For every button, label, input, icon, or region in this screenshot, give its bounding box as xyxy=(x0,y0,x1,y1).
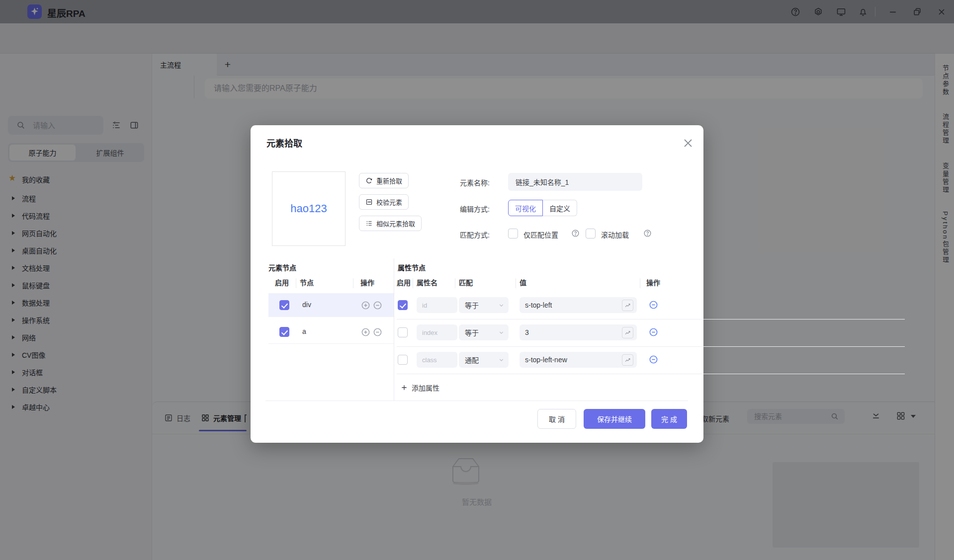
match-mode-label: 匹配方式: xyxy=(460,230,490,240)
chevron-down-icon xyxy=(499,357,504,363)
help-circle-icon[interactable] xyxy=(643,229,652,238)
attr-enable-checkbox[interactable] xyxy=(398,327,408,337)
edit-mode-label: 编辑方式: xyxy=(460,204,490,214)
remove-attr-icon[interactable] xyxy=(649,355,658,364)
insert-variable-icon[interactable] xyxy=(622,300,633,311)
done-button[interactable]: 完 成 xyxy=(651,409,687,429)
attr-enable-checkbox[interactable] xyxy=(398,355,408,365)
element-pick-dialog: 元素拾取 hao123 重新拾取 校验元素 相似元素拾取 元素名称: 编辑方式:… xyxy=(251,125,703,443)
row-separator xyxy=(397,319,905,320)
column-header-enable: 启用 xyxy=(397,277,411,287)
save-and-continue-button[interactable]: 保存并继续 xyxy=(584,409,645,429)
insert-variable-icon[interactable] xyxy=(622,327,633,338)
column-header-actions: 操作 xyxy=(646,277,660,287)
attr-value-input[interactable]: s-top-left xyxy=(520,297,637,313)
attr-value-input[interactable]: 3 xyxy=(520,324,637,340)
section-divider xyxy=(394,258,394,400)
remove-node-icon[interactable] xyxy=(373,327,382,337)
column-separator xyxy=(640,278,640,288)
column-separator xyxy=(353,278,353,288)
insert-variable-icon[interactable] xyxy=(622,354,633,366)
column-header-match: 匹配 xyxy=(459,277,473,287)
element-preview-thumbnail: hao123 xyxy=(272,171,346,246)
element-preview-text: hao123 xyxy=(290,202,327,215)
column-separator xyxy=(516,278,516,288)
dialog-close-icon[interactable] xyxy=(682,137,694,149)
column-header-actions: 操作 xyxy=(360,277,374,287)
edit-mode-custom[interactable]: 自定义 xyxy=(543,200,577,216)
column-header-enable: 启用 xyxy=(275,277,289,287)
dialog-title: 元素拾取 xyxy=(266,136,302,149)
attr-name-input[interactable] xyxy=(417,297,457,313)
scroll-load-label: 滚动加载 xyxy=(601,230,629,240)
match-position-only-checkbox[interactable] xyxy=(508,229,518,239)
column-header-node: 节点 xyxy=(300,277,314,287)
match-position-only-label: 仅匹配位置 xyxy=(523,230,558,240)
tables-bottom-divider xyxy=(265,400,688,401)
attr-match-select[interactable]: 等于 xyxy=(459,324,509,340)
verify-icon xyxy=(365,198,373,206)
column-header-value: 值 xyxy=(520,277,526,287)
attr-name-input[interactable] xyxy=(417,352,457,368)
chevron-down-icon xyxy=(499,303,504,308)
column-header-attr-name: 属性名 xyxy=(417,277,437,287)
help-circle-icon[interactable] xyxy=(571,229,580,238)
add-node-icon[interactable] xyxy=(361,327,370,337)
plus-icon xyxy=(401,384,408,391)
refresh-icon xyxy=(365,177,373,184)
attr-match-select[interactable]: 等于 xyxy=(459,297,509,313)
column-separator xyxy=(455,278,455,288)
attr-enable-checkbox[interactable] xyxy=(398,300,408,310)
element-nodes-title: 元素节点 xyxy=(268,262,296,272)
edit-mode-switch: 可视化 自定义 xyxy=(508,200,577,216)
cancel-button[interactable]: 取 消 xyxy=(537,409,576,429)
node-row-div[interactable]: div xyxy=(268,293,394,317)
column-separator xyxy=(296,278,296,288)
column-separator xyxy=(413,278,413,288)
list-icon xyxy=(365,220,373,227)
remove-attr-icon[interactable] xyxy=(649,300,658,310)
node-enable-checkbox[interactable] xyxy=(279,300,289,310)
row-separator xyxy=(397,346,905,347)
attr-value-input[interactable]: s-top-left-new xyxy=(520,352,637,368)
repick-button[interactable]: 重新拾取 xyxy=(359,173,409,188)
node-enable-checkbox[interactable] xyxy=(279,327,289,337)
node-tag: a xyxy=(302,327,306,335)
verify-element-button[interactable]: 校验元素 xyxy=(359,194,409,210)
attr-match-select[interactable]: 通配 xyxy=(459,352,509,368)
element-name-input[interactable] xyxy=(508,173,642,191)
edit-mode-visual[interactable]: 可视化 xyxy=(508,200,543,216)
attribute-nodes-title: 属性节点 xyxy=(398,262,426,272)
remove-node-icon[interactable] xyxy=(373,301,382,310)
add-attribute-button[interactable]: 添加属性 xyxy=(401,383,439,393)
add-node-icon[interactable] xyxy=(361,301,370,310)
element-name-label: 元素名称: xyxy=(460,177,490,187)
attr-name-input[interactable] xyxy=(417,324,457,340)
chevron-down-icon xyxy=(499,330,504,335)
scroll-load-checkbox[interactable] xyxy=(586,229,596,239)
node-tag: div xyxy=(302,301,311,309)
row-separator xyxy=(397,374,905,374)
node-row-a[interactable]: a xyxy=(268,320,394,344)
remove-attr-icon[interactable] xyxy=(649,327,658,337)
pick-similar-button[interactable]: 相似元素拾取 xyxy=(359,216,422,231)
